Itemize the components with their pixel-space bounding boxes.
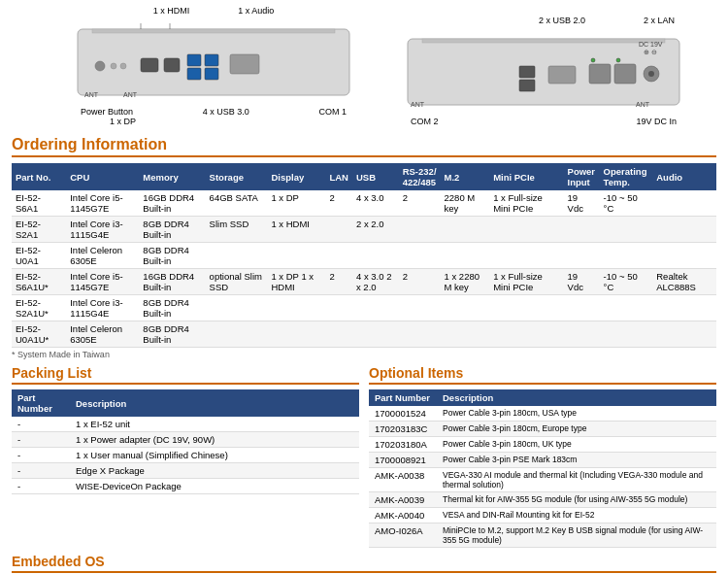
two-col-section: Packing List Part Number Description -1 …: [0, 365, 728, 554]
col-rs232: RS-232/422/485: [399, 163, 441, 190]
label-19vdcin: 19V DC In: [636, 117, 677, 126]
ordering-cell: [564, 295, 600, 321]
ordering-cell: [267, 321, 325, 348]
ordering-cell: [489, 243, 563, 269]
packing-cell: -: [12, 463, 70, 479]
col-temp: OperatingTemp.: [600, 163, 653, 190]
packing-cell: -: [12, 479, 70, 494]
ordering-cell: [325, 243, 352, 269]
ordering-cell: [652, 190, 716, 217]
svg-rect-20: [548, 66, 576, 84]
ordering-cell: [399, 321, 441, 348]
optional-col-partno: Part Number: [369, 389, 437, 406]
ordering-cell: [564, 243, 600, 269]
ordering-footnote: * System Made in Taiwan: [12, 350, 716, 359]
svg-text:ANT: ANT: [123, 91, 138, 98]
svg-rect-16: [408, 39, 679, 105]
optional-cell: Power Cable 3-pin 180cm, UK type: [437, 437, 716, 453]
packing-col-desc: Description: [70, 389, 359, 417]
label-audio: 1 x Audio: [238, 6, 274, 16]
ordering-cell: [399, 217, 441, 243]
svg-text:ANT: ANT: [84, 91, 99, 98]
svg-text:⊕ ⊖: ⊕ ⊖: [644, 49, 657, 55]
col-audio: Audio: [652, 163, 716, 190]
ordering-section: Ordering Information Part No. CPU Memory…: [0, 130, 728, 365]
ordering-cell: Intel Celeron 6305E: [66, 321, 139, 348]
col-display: Display: [267, 163, 325, 190]
ordering-cell: -10 ~ 50 °C: [600, 190, 653, 217]
ordering-cell: [206, 243, 268, 269]
optional-cell: Power Cable 3-pin 180cm, Europe type: [437, 422, 716, 437]
svg-rect-18: [519, 66, 535, 78]
label-power-button: Power Button: [81, 107, 133, 117]
svg-rect-11: [230, 54, 259, 74]
packing-cell: Edge X Package: [70, 463, 359, 479]
optional-row: 1700008921Power Cable 3-pin PSE Mark 183…: [369, 453, 716, 468]
ordering-cell: [267, 243, 325, 269]
packing-cell: 1 x Power adapter (DC 19V, 90W): [70, 432, 359, 448]
ordering-cell: 1 x DP 1 x HDMI: [267, 269, 325, 295]
svg-rect-1: [92, 29, 335, 33]
optional-section: Optional Items Part Number Description 1…: [369, 365, 716, 548]
svg-rect-9: [205, 54, 218, 66]
ordering-row: EI-52-S6A1Intel Core i5-1145G7E16GB DDR4…: [12, 190, 716, 217]
ordering-cell: [652, 243, 716, 269]
optional-col-desc: Description: [437, 389, 716, 406]
ordering-cell: [600, 243, 653, 269]
svg-rect-7: [187, 54, 201, 66]
ordering-cell: [399, 243, 441, 269]
svg-text:DC 19V: DC 19V: [639, 41, 663, 48]
packing-title: Packing List: [12, 365, 359, 385]
optional-cell: AMO-I026A: [369, 523, 437, 548]
label-usb30: 4 x USB 3.0: [203, 107, 249, 117]
embedded-os-title: Embedded OS: [12, 554, 716, 573]
packing-row: -WISE-DeviceOn Package: [12, 479, 359, 494]
svg-text:ANT: ANT: [636, 101, 650, 108]
ordering-cell: [441, 295, 490, 321]
svg-rect-10: [205, 68, 218, 80]
ordering-cell: Intel Core i3-1115G4E: [66, 217, 139, 243]
col-power: PowerInput: [564, 163, 600, 190]
optional-row: AMK-A0040VESA and DIN-Rail Mounting kit …: [369, 508, 716, 523]
optional-cell: 170203180A: [369, 437, 437, 453]
ordering-cell: EI-52-U0A1U*: [12, 321, 66, 348]
optional-cell: Power Cable 3-pin 180cm, USA type: [437, 406, 716, 422]
ordering-title: Ordering Information: [12, 136, 716, 157]
ordering-row: EI-52-U0A1Intel Celeron 6305E8GB DDR4 Bu…: [12, 243, 716, 269]
left-device-container: 1 x HDMI 1 x Audio: [44, 6, 383, 126]
ordering-row: EI-52-S2A1Intel Core i3-1115G4E8GB DDR4 …: [12, 217, 716, 243]
ordering-cell: Intel Core i3-1115G4E: [66, 295, 139, 321]
packing-cell: -: [12, 432, 70, 448]
ordering-cell: 8GB DDR4 Built-in: [139, 295, 205, 321]
svg-rect-22: [614, 64, 636, 84]
ordering-cell: 2: [325, 190, 352, 217]
ordering-cell: [489, 295, 563, 321]
ordering-cell: 4 x 3.0: [352, 190, 399, 217]
ordering-cell: [600, 217, 653, 243]
col-storage: Storage: [206, 163, 268, 190]
ordering-cell: [325, 295, 352, 321]
ordering-cell: EI-52-S2A1: [12, 217, 66, 243]
label-hdmi: 1 x HDMI: [153, 6, 190, 16]
ordering-cell: Intel Core i5-1145G7E: [66, 269, 139, 295]
packing-row: -1 x EI-52 unit: [12, 417, 359, 432]
packing-row: -Edge X Package: [12, 463, 359, 479]
ordering-cell: [441, 321, 490, 348]
col-usb: USB: [352, 163, 399, 190]
ordering-cell: [399, 295, 441, 321]
ordering-row: EI-52-U0A1U*Intel Celeron 6305E8GB DDR4 …: [12, 321, 716, 348]
optional-cell: 1700001524: [369, 406, 437, 422]
svg-point-27: [591, 58, 595, 62]
col-partno: Part No.: [12, 163, 66, 190]
ordering-cell: EI-52-S6A1U*: [12, 269, 66, 295]
optional-row: 170203180APower Cable 3-pin 180cm, UK ty…: [369, 437, 716, 453]
optional-cell: AMK-A0038: [369, 468, 437, 492]
svg-rect-17: [422, 39, 665, 43]
optional-cell: 170203183C: [369, 422, 437, 437]
optional-cell: AMK-A0039: [369, 492, 437, 508]
svg-point-4: [120, 63, 126, 69]
ordering-cell: [600, 295, 653, 321]
ordering-cell: 8GB DDR4 Built-in: [139, 243, 205, 269]
ordering-cell: Realtek ALC888S: [652, 269, 716, 295]
svg-point-2: [95, 61, 105, 71]
